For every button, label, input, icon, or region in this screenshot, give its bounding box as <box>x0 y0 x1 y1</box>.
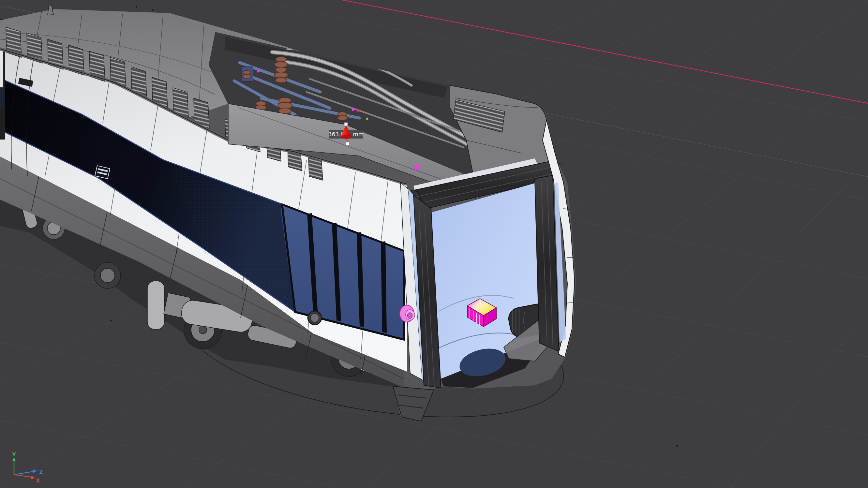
measure-handle-a[interactable] <box>344 123 348 126</box>
3d-viewport[interactable]: 363.621 mm Y Z X <box>0 0 868 488</box>
gizmo-y-label: Y <box>12 452 16 458</box>
gizmo-z-label: Z <box>39 469 43 475</box>
gizmo-x-label: X <box>36 478 40 484</box>
roof-accent-green <box>366 118 368 120</box>
measure-handle-b[interactable] <box>346 142 349 145</box>
viewport-canvas[interactable]: 363.621 mm Y Z X <box>0 0 868 488</box>
roof-accent-red <box>357 110 359 112</box>
roof-accent-magenta2 <box>352 108 355 111</box>
measure-cone-base <box>341 135 352 139</box>
